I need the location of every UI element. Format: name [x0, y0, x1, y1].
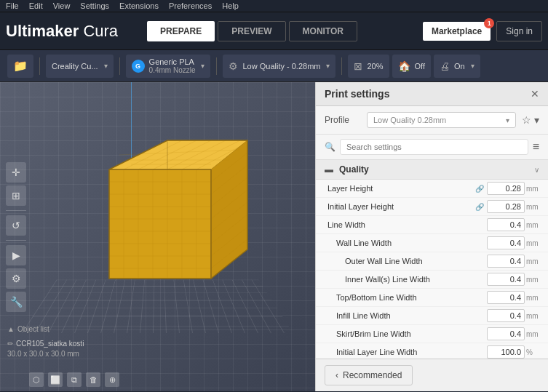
toolbar-separator-4 [341, 57, 342, 75]
3d-object [73, 111, 262, 315]
search-input[interactable] [340, 139, 528, 155]
infill-icon: ⊠ [354, 60, 362, 72]
wall-line-width-label: Wall Line Width [336, 239, 487, 247]
toolbar: 📁 Creality Cu... ▾ G Generic PLA 0.4mm N… [0, 50, 548, 82]
wall-line-width-input[interactable] [487, 236, 525, 249]
menu-help[interactable]: Help [222, 1, 239, 10]
toolbar-separator-2 [119, 57, 120, 75]
material-selector[interactable]: G Generic PLA 0.4mm Nozzle ▾ [126, 55, 211, 78]
inner-wall-line-width-label: Inner Wall(s) Line Width [345, 275, 487, 284]
layer-height-link-icon[interactable]: 🔗 [475, 185, 484, 193]
outer-wall-line-width-unit: mm [526, 257, 539, 265]
undo-button[interactable]: ↺ [6, 215, 26, 236]
nav-prepare[interactable]: PREPARE [147, 21, 215, 41]
initial-layer-height-label: Initial Layer Height [327, 202, 475, 211]
menu-file[interactable]: File [6, 1, 19, 10]
marketplace-badge: 1 [484, 18, 494, 28]
delete-icon[interactable]: 🗑 [86, 372, 100, 387]
infill-value: 20% [367, 62, 383, 71]
outer-wall-line-width-label: Outer Wall Line Width [345, 257, 487, 265]
outer-wall-line-width-row: Outer Wall Line Width mm [316, 252, 548, 271]
initial-layer-height-link-icon[interactable]: 🔗 [475, 203, 484, 211]
initial-layer-line-width-label: Initial Layer Line Width [336, 348, 487, 356]
center-icon[interactable]: ⊕ [105, 372, 119, 387]
infill-line-width-label: Infill Line Width [336, 311, 487, 320]
inner-wall-line-width-unit: mm [526, 276, 539, 284]
menu-view[interactable]: View [53, 1, 71, 10]
profile-menu-button[interactable]: ▾ [534, 114, 539, 126]
object-list-header[interactable]: ▲ Object list [7, 325, 49, 333]
settings-icon: ⚙ [229, 60, 238, 72]
left-toolbar-separator-2 [6, 240, 26, 241]
profile-star-button[interactable]: ☆ [522, 114, 531, 126]
main-area: ✛ ⊞ ↺ ▶ ⚙ 🔧 [0, 82, 548, 391]
panel-title: Print settings [325, 88, 389, 100]
profile-value: Low Quality 0.28mm [373, 116, 446, 124]
toolbar-separator-3 [216, 57, 217, 75]
wall-line-width-unit: mm [526, 239, 539, 247]
profile-row: Profile Low Quality 0.28mm ▾ ☆ ▾ [316, 106, 548, 135]
nav-monitor[interactable]: MONITOR [289, 21, 357, 41]
initial-layer-line-width-input[interactable] [487, 345, 525, 359]
adhesion-dropdown-arrow: ▾ [471, 62, 474, 70]
edit-icon: ✏ [7, 340, 13, 348]
infill-line-width-input[interactable] [487, 309, 525, 322]
toolbar-separator-1 [39, 57, 40, 75]
panel-close-button[interactable]: ✕ [531, 88, 539, 100]
infill-line-width-row: Infill Line Width mm [316, 307, 548, 325]
profile-selector[interactable]: ⚙ Low Quality - 0.28mm ▾ [223, 55, 335, 78]
menu-extensions[interactable]: Extensions [119, 1, 159, 10]
line-width-input[interactable] [487, 218, 525, 231]
support-icon: 🏠 [398, 60, 410, 72]
menu-settings[interactable]: Settings [80, 1, 109, 10]
menu-edit[interactable]: Edit [29, 1, 43, 10]
skirt-brim-line-width-input[interactable] [487, 327, 525, 340]
recommended-button[interactable]: ‹ Recommended [325, 365, 413, 385]
topbottom-line-width-input[interactable] [487, 291, 525, 304]
support-selector[interactable]: 🏠 Off [392, 55, 431, 78]
profile-dropdown-arrow: ▾ [506, 116, 509, 124]
layer-height-input[interactable] [487, 182, 525, 195]
perspective-icon[interactable]: ⬡ [29, 372, 44, 387]
cube-svg [73, 111, 262, 315]
profile-dropdown[interactable]: Low Quality 0.28mm ▾ [367, 112, 516, 128]
material-name: Generic PLA [149, 57, 196, 66]
nozzle-desc: 0.4mm Nozzle [149, 66, 196, 74]
infill-line-width-unit: mm [526, 312, 539, 320]
settings-menu-icon[interactable]: ≡ [533, 140, 539, 153]
quality-chevron: ∨ [534, 166, 539, 174]
nav-preview[interactable]: PREVIEW [218, 21, 285, 41]
scale-tool[interactable]: ⊞ [6, 185, 26, 206]
copy-icon[interactable]: ⧉ [67, 372, 82, 387]
material-icon: G [132, 60, 145, 73]
nav-buttons: PREPARE PREVIEW MONITOR [147, 21, 357, 41]
outer-wall-line-width-input[interactable] [487, 255, 525, 268]
layer-height-unit: mm [526, 185, 539, 193]
chevron-left-icon: ‹ [335, 370, 338, 380]
menu-preferences[interactable]: Preferences [169, 1, 212, 10]
signin-button[interactable]: Sign in [496, 21, 542, 41]
viewport[interactable]: ✛ ⊞ ↺ ▶ ⚙ 🔧 [0, 82, 315, 391]
topbottom-line-width-label: Top/Bottom Line Width [336, 293, 487, 302]
topbottom-line-width-row: Top/Bottom Line Width mm [316, 289, 548, 307]
object-name-row[interactable]: ✏ CCR105_siatka kosti [7, 340, 84, 348]
box-icon[interactable]: ⬜ [48, 372, 63, 387]
infill-selector[interactable]: ⊠ 20% [348, 55, 389, 78]
search-row: 🔍 ≡ [316, 135, 548, 160]
adhesion-selector[interactable]: 🖨 On ▾ [434, 55, 480, 78]
support-tool[interactable]: 🔧 [6, 292, 26, 312]
left-toolbar-separator [6, 210, 26, 211]
left-toolbar: ✛ ⊞ ↺ ▶ ⚙ 🔧 [6, 162, 26, 312]
initial-layer-height-input[interactable] [487, 200, 525, 213]
move-tool[interactable]: ✛ [6, 162, 26, 183]
settings-panel: Print settings ✕ Profile Low Quality 0.2… [315, 82, 548, 391]
machine-selector[interactable]: Creality Cu... ▾ [46, 55, 114, 78]
inner-wall-line-width-input[interactable] [487, 273, 525, 286]
open-folder-button[interactable]: 📁 [7, 55, 33, 78]
quality-section-header[interactable]: ▬ Quality ∨ [316, 160, 548, 180]
view-button-1[interactable]: ▶ [6, 245, 26, 265]
object-name: CCR105_siatka kosti [16, 340, 84, 348]
support-value: Off [415, 62, 425, 71]
marketplace-button[interactable]: Marketplace 1 [423, 22, 491, 41]
settings-tool[interactable]: ⚙ [6, 268, 26, 289]
